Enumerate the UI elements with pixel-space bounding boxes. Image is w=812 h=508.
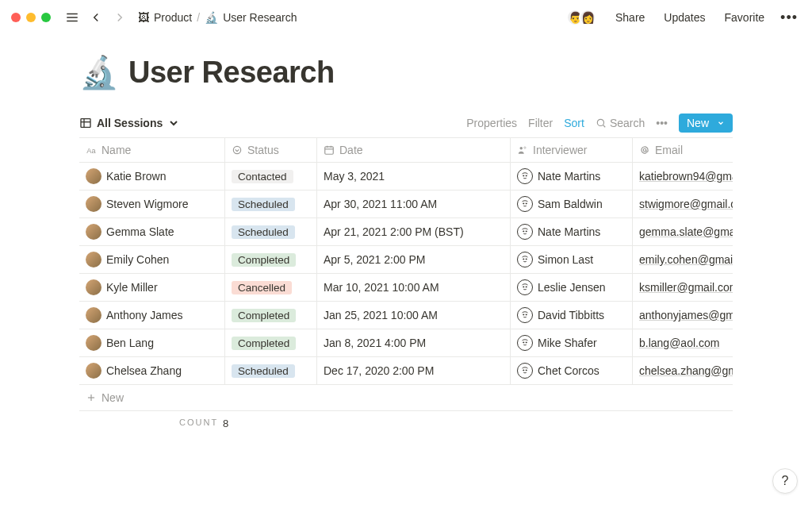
updates-button[interactable]: Updates — [657, 8, 711, 27]
breadcrumb: 🖼 Product / 🔬 User Research — [138, 11, 297, 24]
cell-email[interactable]: gemma.slate@gmail.com — [633, 218, 733, 245]
svg-point-9 — [233, 146, 240, 153]
svg-line-7 — [603, 125, 605, 127]
select-icon — [232, 144, 243, 156]
cell-email[interactable]: katiebrown94@gmail.com — [633, 163, 733, 190]
forward-icon[interactable] — [111, 9, 128, 26]
cell-name[interactable]: Anthony James — [79, 302, 225, 329]
new-row-button[interactable]: New — [79, 385, 733, 411]
close-window-icon[interactable] — [11, 13, 21, 22]
table-row[interactable]: Steven WigmoreScheduledApr 30, 2021 11:0… — [79, 190, 733, 218]
search-button[interactable]: Search — [596, 117, 645, 129]
interviewer-avatar-icon — [517, 224, 533, 240]
table-row[interactable]: Kyle MillerCancelledMar 10, 2021 10:00 A… — [79, 274, 733, 302]
cell-status[interactable]: Completed — [225, 302, 317, 329]
interviewer-avatar-icon — [517, 363, 533, 379]
cell-email[interactable]: anthonyjames@gmail.com — [633, 302, 733, 329]
cell-email[interactable]: chelsea.zhang@gmail.com — [633, 357, 733, 384]
cell-status[interactable]: Completed — [225, 329, 317, 356]
cell-name[interactable]: Steven Wigmore — [79, 190, 225, 217]
minimize-window-icon[interactable] — [26, 13, 36, 22]
view-more-icon[interactable]: ••• — [656, 117, 668, 129]
cell-name[interactable]: Katie Brown — [79, 163, 225, 190]
cell-status[interactable]: Cancelled — [225, 274, 317, 301]
cell-email[interactable]: emily.cohen@gmail.com — [633, 246, 733, 273]
cell-status[interactable]: Scheduled — [225, 218, 317, 245]
sort-button[interactable]: Sort — [564, 117, 584, 129]
table-row[interactable]: Katie BrownContactedMay 3, 2021Nate Mart… — [79, 163, 733, 190]
column-header-email[interactable]: Email — [633, 138, 733, 162]
column-header-interviewer[interactable]: Interviewer — [511, 138, 633, 162]
person-name: Kyle Miller — [106, 281, 158, 294]
view-tab[interactable]: All Sessions — [79, 117, 180, 129]
breadcrumb-parent[interactable]: Product — [154, 11, 192, 24]
cell-interviewer[interactable]: Simon Last — [511, 246, 633, 273]
page-emoji-icon[interactable]: 🔬 — [79, 54, 119, 91]
table-row[interactable]: Emily CohenCompletedApr 5, 2021 2:00 PMS… — [79, 246, 733, 274]
cell-name[interactable]: Kyle Miller — [79, 274, 225, 301]
cell-email[interactable]: ksmiller@gmail.com — [633, 274, 733, 301]
column-header-name[interactable]: Aa Name — [79, 138, 225, 162]
cell-status[interactable]: Scheduled — [225, 357, 317, 384]
status-tag: Completed — [232, 309, 296, 322]
cell-email[interactable]: b.lang@aol.com — [633, 329, 733, 356]
cell-interviewer[interactable]: Nate Martins — [511, 163, 633, 190]
table-row[interactable]: Anthony JamesCompletedJan 25, 2021 10:00… — [79, 302, 733, 329]
svg-point-26 — [526, 287, 527, 287]
cell-date[interactable]: Dec 17, 2020 2:00 PM — [317, 357, 511, 384]
avatar: 👩 — [579, 9, 596, 26]
interviewer-name: Chet Corcos — [538, 364, 599, 377]
page-title-text[interactable]: User Research — [128, 56, 335, 90]
interviewer-name: Nate Martins — [538, 170, 600, 183]
cell-date[interactable]: Jan 8, 2021 4:00 PM — [317, 329, 511, 356]
more-icon[interactable]: ••• — [777, 10, 801, 26]
cell-interviewer[interactable]: Sam Baldwin — [511, 190, 633, 217]
cell-date[interactable]: Mar 10, 2021 10:00 AM — [317, 274, 511, 301]
cell-date[interactable]: Apr 21, 2021 2:00 PM (BST) — [317, 218, 511, 245]
cell-interviewer[interactable]: Chet Corcos — [511, 357, 633, 384]
cell-email[interactable]: stwigmore@gmail.com — [633, 190, 733, 217]
help-button[interactable]: ? — [772, 468, 798, 494]
interviewer-avatar-icon — [517, 168, 533, 184]
table-row[interactable]: Ben LangCompletedJan 8, 2021 4:00 PMMike… — [79, 329, 733, 357]
cell-name[interactable]: Gemma Slate — [79, 218, 225, 245]
count-value: 8 — [223, 418, 228, 429]
back-icon[interactable] — [87, 9, 105, 26]
favorite-button[interactable]: Favorite — [718, 8, 772, 27]
table-header: Aa Name Status Date Interviewer Email — [79, 138, 733, 163]
cell-date[interactable]: Apr 30, 2021 11:00 AM — [317, 190, 511, 217]
column-header-status[interactable]: Status — [225, 138, 317, 162]
new-row-label: New — [102, 391, 124, 404]
cell-interviewer[interactable]: David Tibbitts — [511, 302, 633, 329]
breadcrumb-page[interactable]: User Research — [223, 11, 297, 24]
svg-point-31 — [523, 370, 524, 371]
cell-interviewer[interactable]: Leslie Jensen — [511, 274, 633, 301]
cell-status[interactable]: Scheduled — [225, 190, 317, 217]
page-title: 🔬 User Research — [79, 54, 733, 91]
count-label: COUNT — [179, 418, 218, 429]
share-button[interactable]: Share — [609, 8, 651, 27]
table-row[interactable]: Gemma SlateScheduledApr 21, 2021 2:00 PM… — [79, 218, 733, 246]
table-row[interactable]: Chelsea ZhangScheduledDec 17, 2020 2:00 … — [79, 357, 733, 385]
page-content: 🔬 User Research All Sessions Properties … — [0, 35, 812, 436]
properties-button[interactable]: Properties — [466, 117, 517, 129]
cell-date[interactable]: Apr 5, 2021 2:00 PM — [317, 246, 511, 273]
filter-button[interactable]: Filter — [528, 117, 553, 129]
cell-interviewer[interactable]: Mike Shafer — [511, 329, 633, 356]
cell-name[interactable]: Chelsea Zhang — [79, 357, 225, 384]
cell-name[interactable]: Emily Cohen — [79, 246, 225, 273]
cell-date[interactable]: Jan 25, 2021 10:00 AM — [317, 302, 511, 329]
cell-date[interactable]: May 3, 2021 — [317, 163, 511, 190]
column-header-date[interactable]: Date — [317, 138, 511, 162]
svg-point-32 — [526, 370, 527, 371]
menu-icon[interactable] — [63, 9, 81, 26]
new-button[interactable]: New — [679, 114, 733, 133]
cell-status[interactable]: Completed — [225, 246, 317, 273]
status-tag: Completed — [232, 253, 296, 267]
presence-avatars[interactable]: 👨 👩 — [571, 9, 596, 26]
person-avatar-icon — [86, 307, 102, 323]
cell-name[interactable]: Ben Lang — [79, 329, 225, 356]
cell-interviewer[interactable]: Nate Martins — [511, 218, 633, 245]
maximize-window-icon[interactable] — [41, 13, 51, 22]
cell-status[interactable]: Contacted — [225, 163, 317, 190]
